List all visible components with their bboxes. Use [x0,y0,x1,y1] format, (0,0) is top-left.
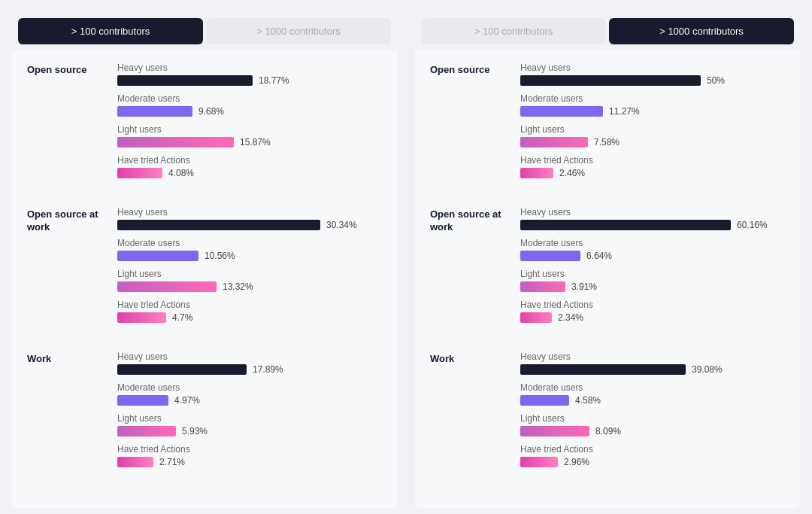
bar [520,395,569,406]
metric-row-3: Have tried Actions4.08% [117,155,382,178]
tab-0[interactable]: > 100 contributors [18,18,203,44]
metric-row-1: Moderate users4.97% [117,382,382,406]
metric-label: Light users [117,269,382,279]
bar-value: 8.09% [595,426,621,436]
bar-row: 9.68% [117,106,382,117]
metric-row-2: Light users13.32% [117,269,382,292]
bar [520,312,552,323]
metric-row-2: Light users15.87% [117,124,382,148]
bar [520,251,580,261]
bar [117,251,198,261]
section-label: Open source at work [430,207,520,330]
bar-row: 11.27% [520,106,785,117]
bar-value: 5.93% [182,426,208,436]
section-1: Open source at workHeavy users30.34%Mode… [27,207,382,330]
section-label: Open source at work [27,207,117,330]
metric-row-3: Have tried Actions2.71% [117,444,382,467]
bar-value: 18.77% [259,75,289,86]
metric-row-1: Moderate users4.58% [520,382,785,406]
metric-row-1: Moderate users9.68% [117,93,382,117]
tab-0[interactable]: > 100 contributors [421,18,606,44]
bar-row: 2.46% [520,168,785,178]
tab-1[interactable]: > 1000 contributors [206,18,391,44]
metric-row-3: Have tried Actions4.7% [117,300,382,323]
section-2: WorkHeavy users39.08%Moderate users4.58%… [430,351,785,475]
bar-value: 60.16% [737,220,768,230]
metrics-group: Heavy users18.77%Moderate users9.68%Ligh… [117,62,382,186]
section-0: Open sourceHeavy users50%Moderate users1… [430,62,785,186]
metrics-group: Heavy users60.16%Moderate users6.64%Ligh… [520,207,785,330]
main-container: > 100 contributors> 1000 contributorsOpe… [12,12,800,508]
metric-label: Light users [520,269,785,279]
metrics-group: Heavy users17.89%Moderate users4.97%Ligh… [117,351,382,475]
metric-row-2: Light users5.93% [117,413,382,436]
bar-value: 2.34% [558,312,583,323]
bar-value: 4.97% [174,395,200,406]
metric-label: Moderate users [117,93,382,104]
metric-label: Heavy users [117,351,382,362]
metric-row-0: Heavy users17.89% [117,351,382,375]
metric-label: Moderate users [117,382,382,393]
bar-value: 9.68% [198,106,224,117]
bar [117,426,176,436]
bar-value: 30.34% [326,220,357,230]
bar-row: 30.34% [117,220,382,230]
metric-row-2: Light users8.09% [520,413,785,436]
bar-value: 4.7% [172,312,192,323]
metrics-group: Heavy users50%Moderate users11.27%Light … [520,62,785,186]
bar [117,364,247,375]
section-0: Open sourceHeavy users18.77%Moderate use… [27,62,382,186]
bar-value: 11.27% [609,106,640,117]
bar [117,168,162,178]
bar [520,426,589,436]
section-label: Open source [27,62,117,186]
metric-label: Light users [117,124,382,135]
bar [520,137,588,148]
bar-value: 4.58% [575,395,601,406]
bar [520,281,565,292]
section-1: Open source at workHeavy users60.16%Mode… [430,207,785,330]
bar [117,220,320,230]
bar-value: 13.32% [223,281,253,292]
metric-row-2: Light users7.58% [520,124,785,148]
bar-value: 15.87% [240,137,271,148]
bar-row: 2.71% [117,457,382,467]
bar [520,457,558,467]
metric-row-0: Heavy users18.77% [117,62,382,86]
panel-left: > 100 contributors> 1000 contributorsOpe… [12,12,397,508]
bar-row: 17.89% [117,364,382,375]
bar-row: 2.96% [520,457,785,467]
bar-value: 39.08% [692,364,723,375]
bar-row: 15.87% [117,137,382,148]
metric-label: Heavy users [117,207,382,217]
section-label: Work [27,351,117,475]
bar-row: 3.91% [520,281,785,292]
bar [520,220,731,230]
metric-label: Have tried Actions [117,444,382,455]
bar-value: 3.91% [571,281,597,292]
bar-row: 4.97% [117,395,382,406]
bar-row: 39.08% [520,364,785,375]
tab-1[interactable]: > 1000 contributors [609,18,794,44]
metric-label: Have tried Actions [117,300,382,310]
section-2: WorkHeavy users17.89%Moderate users4.97%… [27,351,382,475]
bar [520,364,686,375]
bar [117,281,217,292]
bar [117,75,253,86]
section-label: Open source [430,62,520,186]
metric-row-3: Have tried Actions2.96% [520,444,785,467]
section-label: Work [430,351,520,475]
bar [117,457,153,467]
metric-row-2: Light users3.91% [520,269,785,292]
metric-label: Moderate users [520,382,785,393]
bar-value: 50% [707,75,725,86]
tab-bar: > 100 contributors> 1000 contributors [415,12,800,50]
bar [117,312,166,323]
metric-row-1: Moderate users6.64% [520,238,785,261]
bar [520,106,603,117]
metric-label: Heavy users [520,351,785,362]
metric-row-3: Have tried Actions2.46% [520,155,785,178]
bar [117,106,192,117]
bar-row: 4.08% [117,168,382,178]
metric-row-0: Heavy users30.34% [117,207,382,230]
